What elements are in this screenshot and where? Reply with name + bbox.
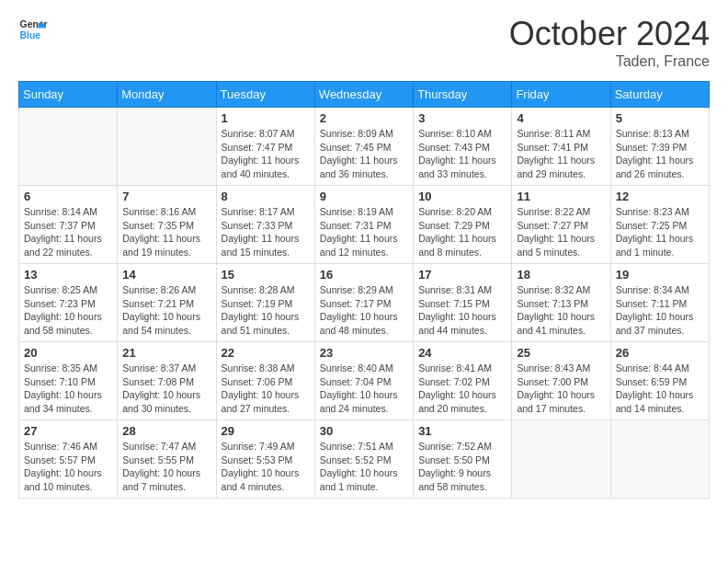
table-row: 27Sunrise: 7:46 AM Sunset: 5:57 PM Dayli… xyxy=(19,420,118,499)
table-row: 20Sunrise: 8:35 AM Sunset: 7:10 PM Dayli… xyxy=(19,342,118,420)
logo: General Blue xyxy=(18,15,48,44)
table-row xyxy=(118,108,216,186)
cell-info: Sunrise: 8:17 AM Sunset: 7:33 PM Dayligh… xyxy=(222,205,310,259)
table-row: 9Sunrise: 8:19 AM Sunset: 7:31 PM Daylig… xyxy=(314,186,413,264)
day-number: 15 xyxy=(222,268,310,282)
table-row: 7Sunrise: 8:16 AM Sunset: 7:35 PM Daylig… xyxy=(118,186,216,264)
cell-info: Sunrise: 7:52 AM Sunset: 5:50 PM Dayligh… xyxy=(418,440,506,494)
day-number: 20 xyxy=(24,346,112,360)
cell-info: Sunrise: 8:44 AM Sunset: 6:59 PM Dayligh… xyxy=(616,362,704,416)
table-row: 22Sunrise: 8:38 AM Sunset: 7:06 PM Dayli… xyxy=(216,342,314,420)
table-row: 14Sunrise: 8:26 AM Sunset: 7:21 PM Dayli… xyxy=(118,264,216,342)
day-number: 29 xyxy=(222,424,310,438)
table-row: 30Sunrise: 7:51 AM Sunset: 5:52 PM Dayli… xyxy=(314,420,413,499)
table-row: 2Sunrise: 8:09 AM Sunset: 7:45 PM Daylig… xyxy=(314,108,413,186)
cell-info: Sunrise: 8:22 AM Sunset: 7:27 PM Dayligh… xyxy=(517,205,605,259)
cell-info: Sunrise: 8:14 AM Sunset: 7:37 PM Dayligh… xyxy=(24,205,112,259)
cell-info: Sunrise: 7:49 AM Sunset: 5:53 PM Dayligh… xyxy=(222,440,310,494)
cell-info: Sunrise: 8:40 AM Sunset: 7:04 PM Dayligh… xyxy=(320,362,408,416)
calendar-week-row: 27Sunrise: 7:46 AM Sunset: 5:57 PM Dayli… xyxy=(19,420,710,499)
day-number: 6 xyxy=(24,190,112,203)
table-row: 28Sunrise: 7:47 AM Sunset: 5:55 PM Dayli… xyxy=(118,420,216,499)
calendar-week-row: 6Sunrise: 8:14 AM Sunset: 7:37 PM Daylig… xyxy=(19,186,710,264)
cell-info: Sunrise: 8:41 AM Sunset: 7:02 PM Dayligh… xyxy=(418,362,506,416)
day-number: 19 xyxy=(616,268,704,282)
cell-info: Sunrise: 7:51 AM Sunset: 5:52 PM Dayligh… xyxy=(320,440,408,494)
day-number: 7 xyxy=(122,190,210,203)
day-number: 2 xyxy=(320,111,408,125)
table-row: 18Sunrise: 8:32 AM Sunset: 7:13 PM Dayli… xyxy=(512,264,610,342)
table-row: 12Sunrise: 8:23 AM Sunset: 7:25 PM Dayli… xyxy=(610,186,709,264)
day-number: 1 xyxy=(222,111,310,125)
col-wednesday: Wednesday xyxy=(314,82,413,108)
calendar-header-row: Sunday Monday Tuesday Wednesday Thursday… xyxy=(19,82,710,108)
calendar-week-row: 13Sunrise: 8:25 AM Sunset: 7:23 PM Dayli… xyxy=(19,264,710,342)
day-number: 16 xyxy=(320,268,408,282)
table-row: 26Sunrise: 8:44 AM Sunset: 6:59 PM Dayli… xyxy=(610,342,709,420)
day-number: 10 xyxy=(418,190,506,203)
day-number: 24 xyxy=(418,346,506,360)
subtitle: Taden, France xyxy=(509,53,710,70)
cell-info: Sunrise: 7:47 AM Sunset: 5:55 PM Dayligh… xyxy=(122,440,210,494)
calendar-week-row: 20Sunrise: 8:35 AM Sunset: 7:10 PM Dayli… xyxy=(19,342,710,420)
table-row: 15Sunrise: 8:28 AM Sunset: 7:19 PM Dayli… xyxy=(216,264,314,342)
day-number: 14 xyxy=(122,268,210,282)
cell-info: Sunrise: 8:19 AM Sunset: 7:31 PM Dayligh… xyxy=(320,205,408,259)
day-number: 26 xyxy=(616,346,704,360)
table-row: 21Sunrise: 8:37 AM Sunset: 7:08 PM Dayli… xyxy=(118,342,216,420)
day-number: 22 xyxy=(222,346,310,360)
table-row xyxy=(19,108,118,186)
header: General Blue October 2024 Taden, France xyxy=(18,15,710,70)
cell-info: Sunrise: 8:28 AM Sunset: 7:19 PM Dayligh… xyxy=(222,283,310,338)
day-number: 27 xyxy=(24,424,112,438)
cell-info: Sunrise: 8:43 AM Sunset: 7:00 PM Dayligh… xyxy=(517,362,605,416)
table-row: 6Sunrise: 8:14 AM Sunset: 7:37 PM Daylig… xyxy=(19,186,118,264)
day-number: 4 xyxy=(517,111,605,125)
month-title: October 2024 xyxy=(509,15,710,53)
cell-info: Sunrise: 8:11 AM Sunset: 7:41 PM Dayligh… xyxy=(517,127,605,181)
day-number: 13 xyxy=(24,268,112,282)
col-saturday: Saturday xyxy=(610,82,709,108)
col-sunday: Sunday xyxy=(19,82,118,108)
table-row: 16Sunrise: 8:29 AM Sunset: 7:17 PM Dayli… xyxy=(314,264,413,342)
logo-icon: General Blue xyxy=(18,15,48,44)
cell-info: Sunrise: 7:46 AM Sunset: 5:57 PM Dayligh… xyxy=(24,440,112,494)
table-row: 5Sunrise: 8:13 AM Sunset: 7:39 PM Daylig… xyxy=(610,108,709,186)
day-number: 8 xyxy=(222,190,310,203)
day-number: 30 xyxy=(320,424,408,438)
cell-info: Sunrise: 8:37 AM Sunset: 7:08 PM Dayligh… xyxy=(122,362,210,416)
table-row: 25Sunrise: 8:43 AM Sunset: 7:00 PM Dayli… xyxy=(512,342,610,420)
table-row: 29Sunrise: 7:49 AM Sunset: 5:53 PM Dayli… xyxy=(216,420,314,499)
day-number: 28 xyxy=(122,424,210,438)
day-number: 23 xyxy=(320,346,408,360)
table-row: 23Sunrise: 8:40 AM Sunset: 7:04 PM Dayli… xyxy=(314,342,413,420)
day-number: 18 xyxy=(517,268,605,282)
day-number: 11 xyxy=(517,190,605,203)
cell-info: Sunrise: 8:31 AM Sunset: 7:15 PM Dayligh… xyxy=(418,283,506,338)
calendar-table: Sunday Monday Tuesday Wednesday Thursday… xyxy=(18,81,710,499)
col-thursday: Thursday xyxy=(414,82,512,108)
day-number: 12 xyxy=(616,190,704,203)
table-row: 1Sunrise: 8:07 AM Sunset: 7:47 PM Daylig… xyxy=(216,108,314,186)
cell-info: Sunrise: 8:13 AM Sunset: 7:39 PM Dayligh… xyxy=(616,127,704,181)
calendar-week-row: 1Sunrise: 8:07 AM Sunset: 7:47 PM Daylig… xyxy=(19,108,710,186)
table-row: 17Sunrise: 8:31 AM Sunset: 7:15 PM Dayli… xyxy=(414,264,512,342)
cell-info: Sunrise: 8:32 AM Sunset: 7:13 PM Dayligh… xyxy=(517,283,605,338)
day-number: 3 xyxy=(418,111,506,125)
cell-info: Sunrise: 8:10 AM Sunset: 7:43 PM Dayligh… xyxy=(418,127,506,181)
day-number: 21 xyxy=(122,346,210,360)
day-number: 5 xyxy=(616,111,704,125)
cell-info: Sunrise: 8:20 AM Sunset: 7:29 PM Dayligh… xyxy=(418,205,506,259)
table-row: 10Sunrise: 8:20 AM Sunset: 7:29 PM Dayli… xyxy=(414,186,512,264)
day-number: 31 xyxy=(418,424,506,438)
table-row: 24Sunrise: 8:41 AM Sunset: 7:02 PM Dayli… xyxy=(414,342,512,420)
day-number: 9 xyxy=(320,190,408,203)
table-row: 3Sunrise: 8:10 AM Sunset: 7:43 PM Daylig… xyxy=(414,108,512,186)
cell-info: Sunrise: 8:09 AM Sunset: 7:45 PM Dayligh… xyxy=(320,127,408,181)
cell-info: Sunrise: 8:26 AM Sunset: 7:21 PM Dayligh… xyxy=(122,283,210,338)
day-number: 25 xyxy=(517,346,605,360)
page: General Blue October 2024 Taden, France … xyxy=(0,0,728,513)
cell-info: Sunrise: 8:38 AM Sunset: 7:06 PM Dayligh… xyxy=(222,362,310,416)
cell-info: Sunrise: 8:07 AM Sunset: 7:47 PM Dayligh… xyxy=(222,127,310,181)
title-block: October 2024 Taden, France xyxy=(509,15,710,70)
